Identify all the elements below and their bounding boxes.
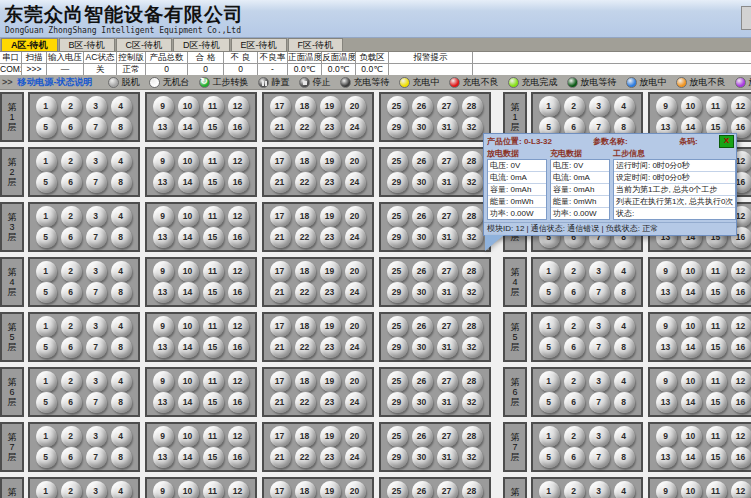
battery-slot[interactable]: 6 bbox=[61, 392, 82, 413]
battery-slot[interactable]: 12 bbox=[228, 481, 249, 498]
battery-slot[interactable]: 9 bbox=[656, 96, 677, 117]
battery-slot[interactable]: 22 bbox=[295, 117, 316, 138]
battery-slot[interactable]: 23 bbox=[320, 117, 341, 138]
battery-slot[interactable]: 21 bbox=[270, 282, 291, 303]
battery-slot[interactable]: 5 bbox=[539, 337, 560, 358]
battery-slot[interactable]: 32 bbox=[462, 227, 483, 248]
battery-slot[interactable]: 22 bbox=[295, 172, 316, 193]
window-edge-control[interactable] bbox=[741, 6, 751, 30]
battery-slot[interactable]: 15 bbox=[203, 392, 224, 413]
battery-slot[interactable]: 19 bbox=[320, 151, 341, 172]
battery-slot[interactable]: 31 bbox=[437, 392, 458, 413]
battery-slot[interactable]: 3 bbox=[589, 261, 610, 282]
battery-slot[interactable]: 2 bbox=[61, 206, 82, 227]
battery-slot[interactable]: 15 bbox=[203, 447, 224, 468]
battery-slot[interactable]: 4 bbox=[614, 96, 635, 117]
battery-slot[interactable]: 18 bbox=[295, 316, 316, 337]
battery-slot[interactable]: 15 bbox=[203, 227, 224, 248]
battery-slot[interactable]: 2 bbox=[61, 371, 82, 392]
battery-slot[interactable]: 27 bbox=[437, 206, 458, 227]
battery-slot[interactable]: 12 bbox=[228, 426, 249, 447]
battery-slot[interactable]: 31 bbox=[437, 282, 458, 303]
battery-slot[interactable]: 2 bbox=[564, 316, 585, 337]
battery-slot[interactable]: 14 bbox=[178, 392, 199, 413]
battery-slot[interactable]: 11 bbox=[706, 371, 727, 392]
battery-slot[interactable]: 12 bbox=[228, 371, 249, 392]
battery-slot[interactable]: 30 bbox=[412, 392, 433, 413]
battery-slot[interactable]: 10 bbox=[681, 316, 702, 337]
battery-slot[interactable]: 29 bbox=[387, 227, 408, 248]
battery-slot[interactable]: 9 bbox=[153, 261, 174, 282]
battery-slot[interactable]: 6 bbox=[61, 337, 82, 358]
battery-slot[interactable]: 17 bbox=[270, 371, 291, 392]
battery-slot[interactable]: 26 bbox=[412, 261, 433, 282]
battery-slot[interactable]: 6 bbox=[61, 117, 82, 138]
battery-slot[interactable]: 21 bbox=[270, 447, 291, 468]
battery-slot[interactable]: 17 bbox=[270, 96, 291, 117]
battery-slot[interactable]: 12 bbox=[228, 206, 249, 227]
battery-slot[interactable]: 31 bbox=[437, 172, 458, 193]
battery-slot[interactable]: 29 bbox=[387, 117, 408, 138]
battery-slot[interactable]: 7 bbox=[589, 392, 610, 413]
battery-slot[interactable]: 10 bbox=[178, 426, 199, 447]
battery-slot[interactable]: 7 bbox=[589, 282, 610, 303]
battery-slot[interactable]: 2 bbox=[564, 261, 585, 282]
battery-slot[interactable]: 10 bbox=[178, 371, 199, 392]
tab-zone-2[interactable]: C区-待机 bbox=[116, 38, 173, 51]
battery-slot[interactable]: 10 bbox=[178, 481, 199, 498]
battery-slot[interactable]: 4 bbox=[111, 96, 132, 117]
battery-slot[interactable]: 10 bbox=[681, 426, 702, 447]
battery-slot[interactable]: 7 bbox=[86, 447, 107, 468]
battery-slot[interactable]: 12 bbox=[731, 426, 751, 447]
battery-slot[interactable]: 1 bbox=[36, 371, 57, 392]
battery-slot[interactable]: 7 bbox=[589, 447, 610, 468]
battery-slot[interactable]: 24 bbox=[345, 282, 366, 303]
battery-slot[interactable]: 11 bbox=[706, 426, 727, 447]
battery-slot[interactable]: 19 bbox=[320, 261, 341, 282]
battery-slot[interactable]: 15 bbox=[706, 447, 727, 468]
battery-slot[interactable]: 1 bbox=[539, 261, 560, 282]
battery-slot[interactable]: 20 bbox=[345, 371, 366, 392]
battery-slot[interactable]: 27 bbox=[437, 261, 458, 282]
battery-slot[interactable]: 2 bbox=[61, 261, 82, 282]
battery-slot[interactable]: 8 bbox=[111, 227, 132, 248]
battery-slot[interactable]: 1 bbox=[36, 316, 57, 337]
battery-slot[interactable]: 13 bbox=[153, 117, 174, 138]
battery-slot[interactable]: 4 bbox=[111, 151, 132, 172]
battery-slot[interactable]: 32 bbox=[462, 447, 483, 468]
battery-slot[interactable]: 16 bbox=[228, 337, 249, 358]
tab-zone-1[interactable]: B区-待机 bbox=[59, 38, 115, 51]
battery-slot[interactable]: 24 bbox=[345, 227, 366, 248]
tab-zone-4[interactable]: E区-待机 bbox=[231, 38, 287, 51]
battery-slot[interactable]: 4 bbox=[111, 426, 132, 447]
battery-slot[interactable]: 32 bbox=[462, 172, 483, 193]
battery-slot[interactable]: 18 bbox=[295, 426, 316, 447]
battery-slot[interactable]: 14 bbox=[681, 392, 702, 413]
battery-slot[interactable]: 12 bbox=[228, 151, 249, 172]
battery-slot[interactable]: 10 bbox=[681, 96, 702, 117]
battery-slot[interactable]: 24 bbox=[345, 337, 366, 358]
battery-slot[interactable]: 4 bbox=[111, 316, 132, 337]
battery-slot[interactable]: 9 bbox=[656, 481, 677, 498]
battery-slot[interactable]: 3 bbox=[589, 96, 610, 117]
battery-slot[interactable]: 3 bbox=[86, 481, 107, 498]
battery-slot[interactable]: 1 bbox=[539, 371, 560, 392]
battery-slot[interactable]: 6 bbox=[61, 227, 82, 248]
battery-slot[interactable]: 1 bbox=[36, 96, 57, 117]
battery-slot[interactable]: 6 bbox=[564, 447, 585, 468]
battery-slot[interactable]: 13 bbox=[656, 282, 677, 303]
battery-slot[interactable]: 21 bbox=[270, 337, 291, 358]
battery-slot[interactable]: 5 bbox=[539, 392, 560, 413]
battery-slot[interactable]: 13 bbox=[656, 392, 677, 413]
battery-slot[interactable]: 16 bbox=[731, 337, 751, 358]
legend-title-link[interactable]: 移动电源-状态说明 bbox=[18, 76, 93, 89]
battery-slot[interactable]: 3 bbox=[589, 481, 610, 498]
battery-slot[interactable]: 13 bbox=[153, 392, 174, 413]
battery-slot[interactable]: 11 bbox=[706, 316, 727, 337]
battery-slot[interactable]: 11 bbox=[203, 426, 224, 447]
battery-slot[interactable]: 9 bbox=[153, 481, 174, 498]
popup-close-button[interactable]: X bbox=[719, 135, 734, 148]
battery-slot[interactable]: 3 bbox=[589, 371, 610, 392]
battery-slot[interactable]: 6 bbox=[564, 282, 585, 303]
battery-slot[interactable]: 20 bbox=[345, 151, 366, 172]
